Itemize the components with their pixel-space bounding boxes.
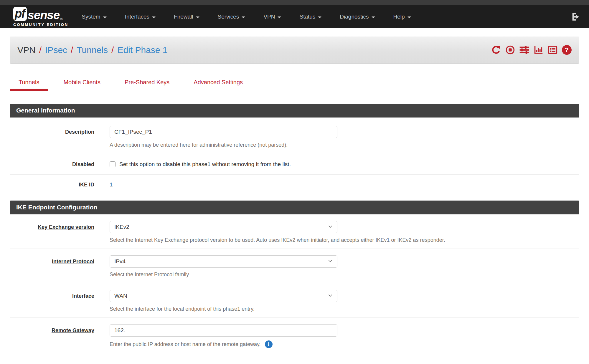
- remote-gateway-input[interactable]: [110, 324, 337, 337]
- chevron-down-icon: [196, 16, 199, 18]
- interface-row: Interface WAN Select the interface for t…: [10, 283, 579, 318]
- remote-gateway-label: Remote Gateway: [10, 324, 110, 348]
- nav-item-firewall[interactable]: Firewall: [165, 5, 208, 28]
- chevron-down-icon: [242, 16, 245, 18]
- internet-protocol-help: Select the Internet Protocol family.: [110, 272, 579, 278]
- tab-tunnels[interactable]: Tunnels: [10, 79, 48, 91]
- description-input[interactable]: [110, 126, 337, 138]
- nav-item-status[interactable]: Status: [290, 5, 331, 28]
- interface-label: Interface: [10, 290, 110, 312]
- nav-item-help[interactable]: Help: [384, 5, 420, 28]
- disabled-checkbox-label: Set this option to disable this phase1 w…: [119, 161, 291, 168]
- general-information-panel: General Information Description A descri…: [10, 104, 579, 195]
- breadcrumb-link-edit-phase1[interactable]: Edit Phase 1: [117, 45, 167, 55]
- chevron-down-icon: [152, 16, 156, 18]
- help-icon[interactable]: ?: [562, 45, 572, 55]
- sliders-icon[interactable]: [519, 45, 529, 55]
- tab-pre-shared-keys[interactable]: Pre-Shared Keys: [116, 79, 178, 91]
- list-icon[interactable]: [548, 45, 557, 55]
- nav-item-vpn[interactable]: VPN: [254, 5, 290, 28]
- nav-item-interfaces[interactable]: Interfaces: [116, 5, 165, 28]
- chevron-down-icon: [318, 16, 321, 18]
- nav-item-diagnostics[interactable]: Diagnostics: [331, 5, 384, 28]
- stop-circle-icon[interactable]: [505, 45, 515, 55]
- breadcrumb-link-tunnels[interactable]: Tunnels: [77, 45, 108, 55]
- ike-id-row: IKE ID 1: [10, 175, 579, 195]
- interface-help: Select the interface for the local endpo…: [110, 306, 579, 312]
- description-row: Description A description may be entered…: [10, 118, 579, 154]
- chevron-down-icon: [328, 258, 333, 265]
- chevron-down-icon: [278, 16, 281, 18]
- page-tabs: Tunnels Mobile Clients Pre-Shared Keys A…: [10, 79, 579, 91]
- info-icon[interactable]: i: [265, 340, 273, 348]
- key-exchange-help: Select the Internet Key Exchange protoco…: [110, 237, 579, 243]
- remote-gateway-row: Remote Gateway Enter the public IP addre…: [10, 318, 579, 356]
- pf-logo-text: pf: [15, 7, 25, 20]
- internet-protocol-label: Internet Protocol: [10, 255, 110, 278]
- tab-advanced-settings[interactable]: Advanced Settings: [185, 79, 252, 91]
- pfsense-logo[interactable]: pfsense® COMMUNITY EDITION: [13, 7, 68, 27]
- interface-select[interactable]: WAN: [110, 290, 337, 302]
- disabled-checkbox[interactable]: [110, 161, 116, 167]
- chevron-down-icon: [103, 16, 107, 18]
- main-navbar: pfsense® COMMUNITY EDITION System Interf…: [0, 5, 589, 28]
- remote-gateway-help: Enter the public IP address or host name…: [110, 341, 261, 348]
- breadcrumb-panel: VPN/IPsec/Tunnels/Edit Phase 1: [10, 37, 579, 64]
- bar-chart-icon[interactable]: [534, 45, 543, 55]
- internet-protocol-row: Internet Protocol IPv4 Select the Intern…: [10, 249, 579, 283]
- nav-item-services[interactable]: Services: [209, 5, 255, 28]
- breadcrumb-vpn: VPN: [17, 45, 36, 55]
- refresh-icon[interactable]: [491, 45, 501, 55]
- chevron-down-icon: [328, 224, 333, 230]
- nav-menu: System Interfaces Firewall Services VPN …: [72, 5, 420, 28]
- ike-endpoint-panel: IKE Endpoint Configuration Key Exchange …: [10, 201, 579, 356]
- key-exchange-label: Key Exchange version: [10, 221, 110, 243]
- key-exchange-row: Key Exchange version IKEv2 Select the In…: [10, 214, 579, 249]
- breadcrumb: VPN/IPsec/Tunnels/Edit Phase 1: [17, 45, 168, 55]
- tab-mobile-clients[interactable]: Mobile Clients: [55, 79, 109, 91]
- key-exchange-select[interactable]: IKEv2: [110, 221, 337, 233]
- ike-id-value: 1: [110, 181, 579, 188]
- logout-icon[interactable]: [571, 12, 581, 22]
- window-top-strip: [0, 0, 589, 5]
- page-action-icons: ?: [491, 45, 572, 55]
- internet-protocol-select[interactable]: IPv4: [110, 255, 337, 268]
- chevron-down-icon: [328, 293, 333, 299]
- disabled-row: Disabled Set this option to disable this…: [10, 154, 579, 175]
- section-header-ike-endpoint: IKE Endpoint Configuration: [10, 201, 579, 214]
- chevron-down-icon: [372, 16, 375, 18]
- community-edition-label: COMMUNITY EDITION: [13, 22, 68, 27]
- description-help: A description may be entered here for ad…: [110, 142, 579, 148]
- sense-logo-text: sense: [28, 9, 60, 21]
- section-header-general-information: General Information: [10, 104, 579, 118]
- registered-mark: ®: [60, 18, 62, 21]
- description-label: Description: [10, 126, 110, 148]
- nav-item-system[interactable]: System: [72, 5, 116, 28]
- pf-logo-box: pf: [13, 7, 27, 21]
- chevron-down-icon: [407, 16, 411, 18]
- disabled-label: Disabled: [10, 161, 110, 168]
- breadcrumb-link-ipsec[interactable]: IPsec: [45, 45, 67, 55]
- ike-id-label: IKE ID: [10, 181, 110, 188]
